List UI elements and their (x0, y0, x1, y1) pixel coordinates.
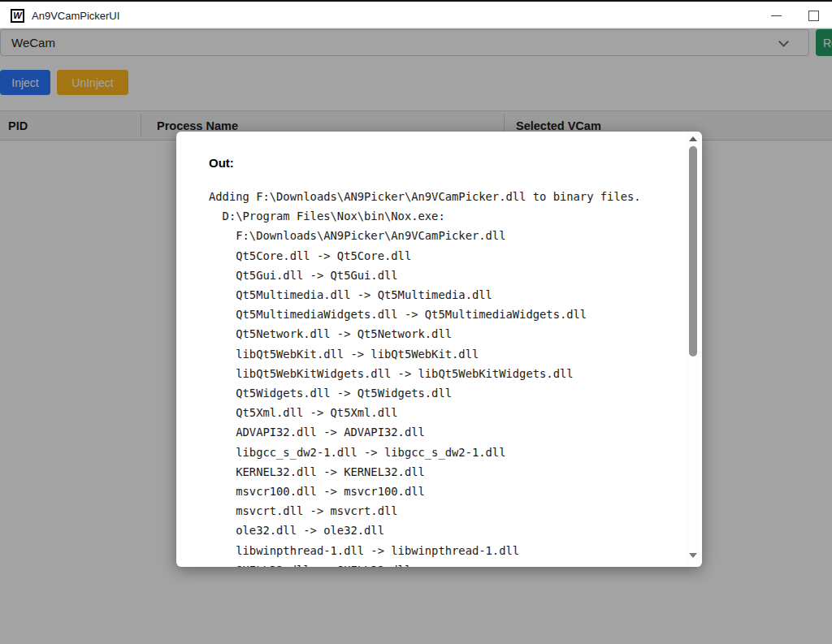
scroll-up-icon (689, 136, 697, 141)
modal-scrollbar[interactable] (686, 132, 700, 567)
minimize-icon (771, 15, 782, 16)
app-client-area: WeCam Refresh Inject UnInject PID Proces… (0, 28, 832, 644)
console-line: msvcrt.dll -> msvcrt.dll (209, 501, 680, 521)
console-line: libgcc_s_dw2-1.dll -> libgcc_s_dw2-1.dll (209, 443, 680, 462)
console-line: libwinpthread-1.dll -> libwinpthread-1.d… (209, 541, 680, 560)
window-title: An9VCamPickerUI (32, 10, 119, 22)
console-line: Qt5Xml.dll -> Qt5Xml.dll (209, 403, 680, 422)
console-line: SHELL32.dll -> SHELL32.dll (209, 560, 680, 567)
maximize-icon (808, 11, 819, 21)
console-line: Qt5MultimediaWidgets.dll -> Qt5Multimedi… (209, 305, 680, 324)
scroll-up-button[interactable] (686, 133, 700, 145)
minimize-button[interactable] (757, 3, 795, 28)
console-line: F:\Downloads\AN9Picker\An9VCamPicker.dll (209, 226, 680, 245)
console-output: Adding F:\Downloads\AN9Picker\An9VCamPic… (209, 187, 680, 567)
console-line: libQt5WebKit.dll -> libQt5WebKit.dll (209, 344, 680, 364)
app-logo-glyph: W (13, 11, 21, 20)
output-heading: Out: (209, 156, 234, 170)
output-dialog: Out: Adding F:\Downloads\AN9Picker\An9VC… (176, 132, 702, 567)
scroll-down-icon (689, 553, 697, 558)
console-line: Qt5Gui.dll -> Qt5Gui.dll (209, 266, 680, 285)
console-line: ole32.dll -> ole32.dll (209, 521, 680, 540)
console-line: D:\Program Files\Nox\bin\Nox.exe: (209, 206, 680, 226)
scrollbar-thumb[interactable] (689, 146, 697, 357)
console-line: KERNEL32.dll -> KERNEL32.dll (209, 462, 680, 482)
console-line: Qt5Widgets.dll -> Qt5Widgets.dll (209, 383, 680, 403)
app-window: { "window": { "logo_glyph": "W", "title"… (0, 0, 832, 644)
maximize-button[interactable] (795, 3, 832, 28)
console-line: Qt5Multimedia.dll -> Qt5Multimedia.dll (209, 285, 680, 305)
app-logo-icon: W (11, 9, 24, 23)
console-line: Qt5Core.dll -> Qt5Core.dll (209, 246, 680, 266)
console-line: Qt5Network.dll -> Qt5Network.dll (209, 324, 680, 344)
console-line: ADVAPI32.dll -> ADVAPI32.dll (209, 422, 680, 442)
console-line: msvcr100.dll -> msvcr100.dll (209, 482, 680, 501)
console-line: Adding F:\Downloads\AN9Picker\An9VCamPic… (209, 187, 680, 206)
window-controls (757, 3, 832, 28)
console-line: libQt5WebKitWidgets.dll -> libQt5WebKitW… (209, 364, 680, 383)
scroll-down-button[interactable] (686, 550, 700, 561)
titlebar: W An9VCamPickerUI (0, 3, 832, 28)
